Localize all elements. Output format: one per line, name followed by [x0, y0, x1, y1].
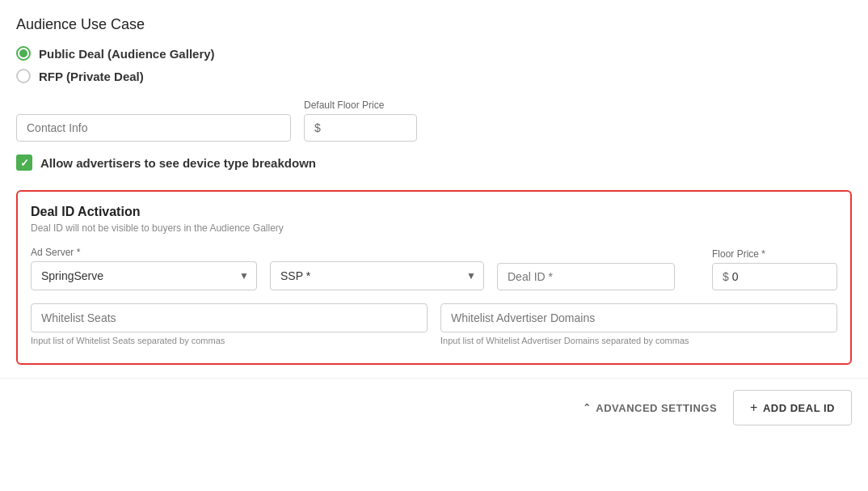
deal-id-section-subtitle: Deal ID will not be visible to buyers in… [31, 222, 837, 234]
contact-info-group [16, 114, 291, 142]
ssp-select[interactable]: SSP * [270, 261, 484, 290]
chevron-up-icon: ⌃ [583, 402, 592, 413]
whitelist-advertiser-domains-input[interactable] [440, 303, 837, 332]
radio-label-rfp-deal: RFP (Private Deal) [39, 70, 144, 83]
ad-server-select-group: Ad Server * SpringServe Google Ad Manage… [31, 247, 257, 290]
floor-price-label: Floor Price * [712, 248, 837, 260]
whitelist-row: Input list of Whitelist Seats separated … [31, 303, 837, 345]
radio-circle-rfp-deal [16, 69, 31, 83]
whitelist-advertiser-domains-group: Input list of Whitelist Advertiser Domai… [440, 303, 837, 345]
radio-label-public-deal: Public Deal (Audience Gallery) [39, 47, 215, 61]
ad-server-label: Ad Server * [31, 247, 257, 258]
floor-price-group: Floor Price * $ [712, 248, 837, 290]
plus-icon: + [750, 400, 758, 415]
advanced-settings-label: ADVANCED SETTINGS [596, 402, 717, 414]
default-floor-price-group: Default Floor Price $ [304, 99, 417, 142]
floor-price-prefix: $ [723, 270, 729, 283]
floor-price-wrapper: $ [712, 263, 837, 290]
checkbox-row[interactable]: Allow advertisers to see device type bre… [16, 154, 852, 171]
radio-public-deal[interactable]: Public Deal (Audience Gallery) [16, 46, 852, 61]
radio-circle-public-deal [16, 46, 31, 61]
advanced-settings-button[interactable]: ⌃ ADVANCED SETTINGS [567, 392, 733, 424]
ssp-select-group: SSP * ▼ [270, 258, 484, 290]
deal-fields-row: Ad Server * SpringServe Google Ad Manage… [31, 247, 837, 290]
radio-rfp-deal[interactable]: RFP (Private Deal) [16, 69, 852, 83]
bottom-bar: ⌃ ADVANCED SETTINGS + ADD DEAL ID [0, 378, 868, 437]
deal-id-input[interactable] [497, 263, 675, 290]
default-floor-price-input[interactable] [324, 121, 389, 134]
section-title: Audience Use Case [16, 16, 852, 33]
add-deal-id-button[interactable]: + ADD DEAL ID [733, 390, 852, 425]
ad-server-select[interactable]: SpringServe Google Ad Manager FreeWheel [31, 261, 257, 290]
default-floor-price-wrapper: $ [304, 114, 417, 142]
deal-id-activation-section: Deal ID Activation Deal ID will not be v… [16, 190, 852, 365]
whitelist-seats-input[interactable] [31, 303, 428, 332]
contact-info-input[interactable] [16, 114, 291, 142]
contact-floor-price-row: Default Floor Price $ [16, 99, 852, 142]
deal-id-group [497, 263, 675, 290]
allow-device-checkbox[interactable] [16, 154, 32, 171]
default-floor-price-prefix: $ [314, 121, 321, 134]
floor-price-input[interactable] [732, 270, 813, 283]
default-floor-price-label: Default Floor Price [304, 99, 417, 111]
allow-device-label: Allow advertisers to see device type bre… [40, 156, 316, 170]
whitelist-advertiser-domains-hint: Input list of Whitelist Advertiser Domai… [440, 336, 837, 345]
whitelist-seats-hint: Input list of Whitelist Seats separated … [31, 336, 428, 345]
whitelist-seats-group: Input list of Whitelist Seats separated … [31, 303, 428, 345]
deal-id-section-title: Deal ID Activation [31, 205, 837, 219]
add-deal-id-label: ADD DEAL ID [763, 402, 835, 414]
audience-use-case-radio-group: Public Deal (Audience Gallery) RFP (Priv… [16, 46, 852, 83]
